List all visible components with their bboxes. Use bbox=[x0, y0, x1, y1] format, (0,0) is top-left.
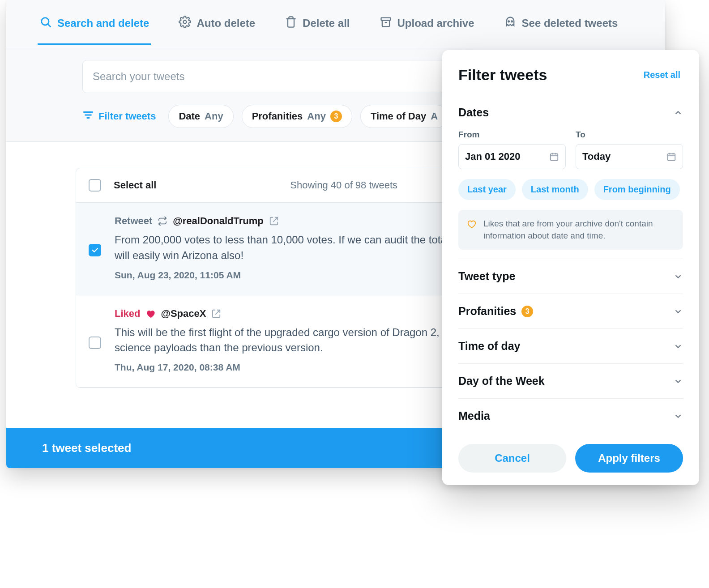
filter-trigger-label: Filter tweets bbox=[98, 111, 156, 122]
date-note-text: Likes that are from your archive don't c… bbox=[483, 218, 675, 242]
filter-chip-time-of-day[interactable]: Time of Day A bbox=[360, 105, 448, 128]
tab-label: Upload archive bbox=[397, 17, 474, 30]
svg-point-3 bbox=[508, 21, 509, 22]
quick-chip-last-year[interactable]: Last year bbox=[458, 179, 516, 200]
chevron-down-icon bbox=[673, 307, 683, 316]
search-icon bbox=[39, 16, 52, 31]
tweet-checkbox[interactable] bbox=[89, 244, 101, 256]
date-from-value: Jan 01 2020 bbox=[465, 151, 521, 162]
chevron-up-icon bbox=[673, 108, 683, 118]
tab-search-and-delete[interactable]: Search and delete bbox=[38, 16, 151, 45]
tab-bar: Search and delete Auto delete Delete all… bbox=[6, 0, 665, 48]
quick-chip-last-month[interactable]: Last month bbox=[522, 179, 588, 200]
filter-chip-value: A bbox=[431, 111, 438, 122]
section-profanities[interactable]: Profanities 3 bbox=[458, 294, 683, 328]
tab-auto-delete[interactable]: Auto delete bbox=[177, 16, 257, 45]
chevron-down-icon bbox=[673, 341, 683, 351]
apply-filters-button[interactable]: Apply filters bbox=[575, 444, 683, 473]
calendar-icon bbox=[666, 152, 676, 162]
quick-chip-from-beginning[interactable]: From beginning bbox=[594, 179, 680, 200]
filter-panel: Filter tweets Reset all Dates From Jan 0… bbox=[442, 50, 699, 485]
tweet-kind: Retweet bbox=[115, 215, 152, 227]
ghost-icon bbox=[504, 16, 517, 31]
svg-point-1 bbox=[184, 20, 187, 23]
tweet-author: @realDonaldTrump bbox=[173, 215, 263, 227]
tab-label: Delete all bbox=[303, 17, 350, 30]
filter-chip-key: Date bbox=[179, 111, 200, 122]
date-to-label: To bbox=[576, 130, 683, 140]
filter-trigger[interactable]: Filter tweets bbox=[82, 109, 156, 124]
filter-icon bbox=[82, 109, 94, 124]
tab-upload-archive[interactable]: Upload archive bbox=[378, 16, 476, 45]
tweet-kind: Liked bbox=[115, 308, 140, 320]
chevron-down-icon bbox=[673, 411, 683, 421]
filter-chip-date[interactable]: Date Any bbox=[168, 105, 233, 128]
svg-point-4 bbox=[511, 21, 513, 22]
retweet-icon bbox=[158, 216, 167, 226]
svg-rect-2 bbox=[381, 17, 390, 20]
trash-icon bbox=[285, 16, 297, 31]
tweet-checkbox[interactable] bbox=[89, 337, 101, 349]
section-label: Day of the Week bbox=[458, 375, 545, 388]
profanities-badge: 3 bbox=[521, 306, 533, 317]
date-from-input[interactable]: Jan 01 2020 bbox=[458, 144, 566, 169]
filter-chip-badge: 3 bbox=[330, 111, 342, 122]
filter-chip-key: Profanities bbox=[252, 111, 303, 122]
tab-label: Auto delete bbox=[196, 17, 255, 30]
date-from-label: From bbox=[458, 130, 566, 140]
chevron-down-icon bbox=[673, 272, 683, 281]
archive-icon bbox=[380, 16, 392, 31]
filter-chip-value: Any bbox=[205, 111, 223, 122]
filter-chip-value: Any bbox=[307, 111, 326, 122]
tweet-author: @SpaceX bbox=[161, 308, 206, 320]
external-link-icon[interactable] bbox=[269, 216, 279, 226]
select-all-label: Select all bbox=[114, 179, 156, 191]
section-media[interactable]: Media bbox=[458, 398, 683, 433]
tab-label: Search and delete bbox=[57, 17, 149, 30]
external-link-icon[interactable] bbox=[211, 309, 221, 319]
section-time-of-day[interactable]: Time of day bbox=[458, 328, 683, 363]
svg-rect-5 bbox=[551, 154, 558, 161]
section-label: Time of day bbox=[458, 340, 520, 353]
date-note: Likes that are from your archive don't c… bbox=[458, 210, 683, 250]
tab-see-deleted[interactable]: See deleted tweets bbox=[502, 16, 620, 45]
filter-chip-profanities[interactable]: Profanities Any 3 bbox=[242, 105, 352, 128]
tab-delete-all[interactable]: Delete all bbox=[283, 16, 351, 45]
section-dates[interactable]: Dates bbox=[458, 95, 683, 130]
chevron-down-icon bbox=[673, 376, 683, 386]
section-tweet-type[interactable]: Tweet type bbox=[458, 259, 683, 294]
select-all-checkbox[interactable] bbox=[89, 179, 101, 192]
heart-icon bbox=[145, 309, 155, 319]
filter-panel-title: Filter tweets bbox=[458, 66, 547, 84]
selection-count: 1 tweet selected bbox=[42, 441, 131, 455]
section-dates-body: From Jan 01 2020 To Today Last year La bbox=[458, 130, 683, 259]
cancel-button[interactable]: Cancel bbox=[458, 444, 566, 473]
reset-all-button[interactable]: Reset all bbox=[641, 69, 683, 81]
calendar-icon bbox=[549, 152, 559, 162]
date-to-input[interactable]: Today bbox=[576, 144, 683, 169]
section-label: Tweet type bbox=[458, 270, 515, 283]
date-to-value: Today bbox=[582, 151, 611, 162]
showing-count: Showing 40 of 98 tweets bbox=[290, 179, 397, 191]
gear-icon bbox=[179, 16, 191, 31]
tab-label: See deleted tweets bbox=[522, 17, 618, 30]
heart-hollow-icon bbox=[466, 219, 476, 229]
section-day-of-week[interactable]: Day of the Week bbox=[458, 363, 683, 398]
section-label: Media bbox=[458, 409, 490, 422]
section-label: Dates bbox=[458, 106, 489, 119]
svg-rect-6 bbox=[668, 154, 675, 161]
filter-chip-key: Time of Day bbox=[371, 111, 426, 122]
section-label: Profanities bbox=[458, 305, 516, 318]
